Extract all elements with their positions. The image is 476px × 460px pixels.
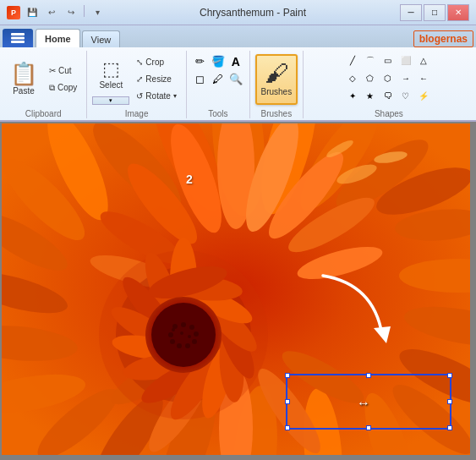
brushes-button[interactable]: 🖌 Brushes (255, 54, 298, 105)
svg-rect-0 (11, 33, 25, 36)
svg-point-64 (194, 331, 199, 337)
image-small-buttons: ⤡ Crop ⤢ Resize ↺ Rotate ▾ (132, 55, 180, 104)
select-icon: ⬚ (102, 60, 120, 79)
svg-point-60 (151, 303, 216, 367)
shape-line[interactable]: ╱ (345, 53, 360, 68)
shape-callout[interactable]: 🗨 (380, 89, 396, 104)
clipboard-label: Clipboard (25, 109, 62, 118)
canvas-image[interactable]: 2 ↔ (2, 123, 470, 455)
crop-icon: ⤡ (136, 58, 143, 67)
cut-icon: ✂ (49, 66, 56, 75)
resize-icon: ⤢ (136, 74, 143, 84)
maximize-button[interactable]: □ (424, 4, 446, 21)
svg-point-63 (189, 325, 194, 330)
shape-star5[interactable]: ★ (363, 89, 378, 104)
shape-pentagon[interactable]: ⬠ (363, 71, 378, 86)
svg-rect-1 (11, 37, 25, 40)
ribbon-group-brushes: 🖌 Brushes Brushes (252, 51, 304, 118)
ribbon-group-shapes: ╱ ⌒ ▭ ⬜ △ ◇ ⬠ ⬡ → ← ✦ ★ 🗨 ♡ ⚡ Shapes (305, 51, 474, 118)
brushes-content: 🖌 Brushes (255, 51, 298, 107)
ribbon-group-tools: ✏ 🪣 A ◻ 🖊 🔍 Tools (189, 51, 250, 118)
cut-button[interactable]: ✂ Cut (45, 63, 81, 79)
resize-button[interactable]: ⤢ Resize (132, 72, 180, 87)
svg-point-62 (181, 322, 186, 327)
shape-triangle[interactable]: △ (416, 53, 431, 68)
window-controls: ─ □ ✕ (400, 4, 469, 21)
svg-point-68 (170, 339, 175, 344)
ribbon: 📋 Paste ✂ Cut ⧉ Copy Clipboard ⬚ (0, 47, 476, 122)
tools-label: Tools (208, 109, 227, 118)
paste-icon: 📋 (10, 63, 37, 85)
save-button[interactable]: 💾 (24, 5, 41, 20)
select-button[interactable]: ⬚ Select (92, 53, 129, 96)
toolbar-separator (84, 5, 85, 17)
svg-rect-2 (11, 41, 25, 43)
undo-button[interactable]: ↩ (43, 5, 60, 20)
shape-diamond[interactable]: ◇ (345, 71, 360, 86)
fill-tool[interactable]: 🪣 (210, 53, 227, 70)
svg-point-65 (192, 339, 197, 344)
svg-point-67 (177, 343, 182, 348)
ribbon-group-image: ⬚ Select ▾ ⤡ Crop ⤢ Resize ↺ Rotate ▾ (89, 51, 186, 118)
app-icon: P (7, 6, 20, 19)
shape-roundrect[interactable]: ⬜ (398, 53, 413, 68)
paste-button[interactable]: 📋 Paste (5, 54, 42, 105)
shape-curve[interactable]: ⌒ (363, 53, 378, 68)
copy-button[interactable]: ⧉ Copy (45, 80, 81, 96)
minimize-button[interactable]: ─ (400, 4, 422, 21)
clipboard-buttons: 📋 Paste ✂ Cut ⧉ Copy (5, 51, 81, 107)
flower-svg (2, 123, 470, 455)
select-dropdown[interactable]: ▾ (92, 96, 129, 105)
redo-button[interactable]: ↪ (63, 5, 79, 20)
shape-lightning[interactable]: ⚡ (416, 89, 431, 104)
text-tool[interactable]: A (227, 53, 244, 70)
shape-star4[interactable]: ✦ (345, 89, 360, 104)
dropdown-arrow[interactable]: ▾ (89, 5, 106, 20)
ribbon-group-clipboard: 📋 Paste ✂ Cut ⧉ Copy Clipboard (2, 51, 87, 118)
tab-view[interactable]: View (82, 30, 121, 47)
crop-button[interactable]: ⤡ Crop (132, 55, 180, 70)
rotate-icon: ↺ (136, 91, 143, 101)
shapes-label: Shapes (375, 109, 403, 118)
rotate-button[interactable]: ↺ Rotate ▾ (132, 89, 180, 104)
paint-menu-button[interactable] (3, 29, 33, 47)
shape-arrow-left[interactable]: ← (416, 71, 431, 86)
tools-grid: ✏ 🪣 A ◻ 🖊 🔍 (192, 53, 244, 106)
copy-icon: ⧉ (49, 83, 55, 93)
blogernas-logo: blogernas (413, 30, 473, 47)
brushes-label: Brushes (260, 109, 292, 118)
image-buttons: ⬚ Select ▾ ⤡ Crop ⤢ Resize ↺ Rotate ▾ (92, 51, 180, 107)
shape-hexagon[interactable]: ⬡ (380, 71, 396, 86)
tools-buttons: ✏ 🪣 A ◻ 🖊 🔍 (192, 51, 244, 107)
svg-point-66 (185, 343, 190, 348)
tab-home[interactable]: Home (36, 29, 80, 47)
shapes-grid: ╱ ⌒ ▭ ⬜ △ ◇ ⬠ ⬡ → ← ✦ ★ 🗨 ♡ ⚡ (345, 53, 433, 106)
picker-tool[interactable]: 🖊 (210, 71, 227, 88)
pencil-tool[interactable]: ✏ (192, 53, 209, 70)
svg-point-69 (168, 332, 173, 337)
zoom-tool[interactable]: 🔍 (227, 71, 244, 88)
shape-arrow-right[interactable]: → (398, 71, 413, 86)
brushes-icon: 🖌 (265, 62, 288, 85)
svg-point-72 (188, 335, 191, 338)
clipboard-small-buttons: ✂ Cut ⧉ Copy (45, 63, 81, 96)
shapes-content: ╱ ⌒ ▭ ⬜ △ ◇ ⬠ ⬡ → ← ✦ ★ 🗨 ♡ ⚡ (345, 51, 433, 107)
shape-heart[interactable]: ♡ (398, 89, 413, 104)
svg-point-71 (180, 331, 183, 335)
shape-rect[interactable]: ▭ (380, 53, 396, 68)
ribbon-tab-bar: Home View blogernas (0, 25, 476, 47)
canvas-area[interactable]: 2 ↔ (0, 122, 476, 460)
close-button[interactable]: ✕ (447, 4, 469, 21)
rotate-dropdown-arrow: ▾ (173, 92, 177, 100)
eraser-tool[interactable]: ◻ (192, 71, 209, 88)
image-label: Image (125, 109, 149, 118)
title-bar: P 💾 ↩ ↪ ▾ Chrysanthemum - Paint ─ □ ✕ (0, 0, 476, 25)
window-title: Chrysanthemum - Paint (106, 7, 400, 19)
svg-point-70 (172, 328, 175, 331)
